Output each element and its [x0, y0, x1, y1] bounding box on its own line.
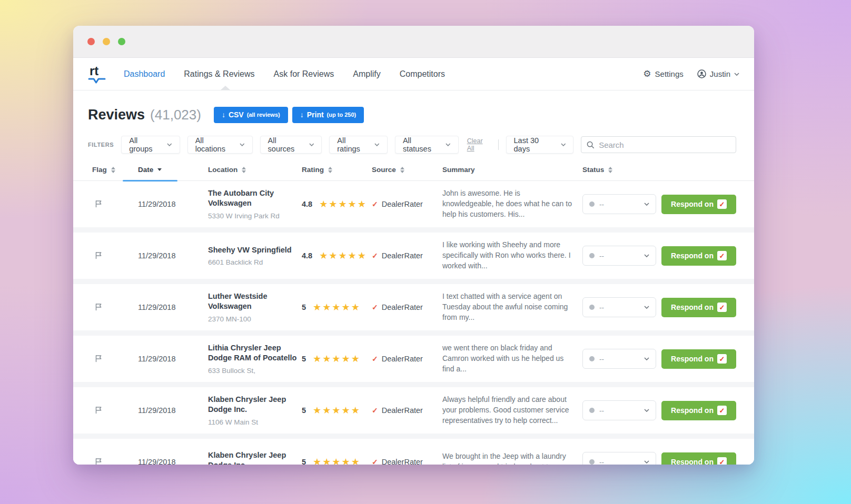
respond-button[interactable]: Respond on✓ [661, 401, 736, 420]
sorted-column-indicator [123, 180, 177, 182]
filter-locations-dropdown[interactable]: All locations [187, 136, 253, 154]
respond-button[interactable]: Respond on✓ [661, 452, 736, 465]
logo-text: rt [90, 65, 98, 77]
flag-icon[interactable] [92, 405, 103, 416]
nav-right: ⚙ Settings Justin [643, 69, 739, 78]
respond-button[interactable]: Respond on✓ [661, 246, 736, 266]
source-name: DealerRater [382, 355, 423, 363]
dealerrater-icon: ✓ [717, 406, 727, 415]
source-check-icon: ✓ [372, 355, 378, 363]
source-name: DealerRater [382, 200, 423, 208]
page-header: Reviews (41,023) ↓ CSV (all reviews) ↓ P… [88, 104, 736, 125]
table-row: 11/29/2018 The Autobarn City Volkswagen5… [73, 181, 754, 227]
rating-value: 5 [302, 406, 306, 415]
column-header-location[interactable]: Location [208, 166, 302, 174]
search-input[interactable] [599, 140, 730, 149]
settings-button[interactable]: ⚙ Settings [643, 69, 683, 78]
status-dropdown[interactable]: -- [582, 452, 656, 465]
source-check-icon: ✓ [372, 251, 378, 260]
review-summary: I text chatted with a service agent on T… [442, 291, 582, 323]
print-label: Print [307, 110, 324, 119]
csv-note: (all reviews) [247, 112, 280, 118]
table-row: 11/29/2018 Klaben Chrysler Jeep Dodge In… [73, 439, 754, 465]
minimize-window-icon[interactable] [103, 38, 110, 45]
filter-statuses-dropdown[interactable]: All statuses [395, 136, 459, 154]
filter-sources-dropdown[interactable]: All sources [260, 136, 322, 154]
location-name: The Autobarn City Volkswagen [208, 188, 302, 208]
flag-icon[interactable] [92, 301, 103, 313]
rating-value: 4.8 [302, 251, 312, 260]
user-icon [697, 69, 706, 78]
source-name: DealerRater [382, 406, 423, 415]
review-count: (41,023) [150, 107, 201, 123]
reviews-table-body: 11/29/2018 The Autobarn City Volkswagen5… [73, 181, 754, 465]
nav-item-ask-for-reviews[interactable]: Ask for Reviews [274, 69, 334, 79]
star-rating: ★★★★★ [313, 353, 361, 365]
desktop-background: rt Dashboard Ratings & Reviews Ask for R… [0, 0, 851, 504]
chevron-down-icon [644, 460, 649, 463]
status-value: -- [599, 252, 604, 260]
column-header-flag[interactable]: Flag [92, 166, 138, 174]
dealerrater-icon: ✓ [717, 354, 727, 364]
sort-icon [111, 167, 115, 173]
chevron-down-icon [167, 143, 172, 146]
flag-icon[interactable] [92, 250, 103, 261]
user-name: Justin [710, 69, 730, 78]
location-name: Klaben Chrysler Jeep Dodge Inc. [208, 450, 302, 465]
close-window-icon[interactable] [87, 38, 95, 45]
nav-item-ratings-reviews[interactable]: Ratings & Reviews [184, 69, 254, 79]
active-page-caret [221, 86, 230, 90]
source-name: DealerRater [382, 458, 423, 465]
search-icon [587, 141, 595, 149]
flag-icon[interactable] [92, 353, 103, 364]
reviewtrackers-logo[interactable]: rt [88, 65, 108, 84]
status-dot-icon [589, 305, 595, 310]
filters-bar: FILTERS All groups All locations All sou… [88, 136, 736, 154]
table-row: 11/29/2018 Lithia Chrysler Jeep Dodge RA… [73, 336, 754, 382]
status-dropdown[interactable]: -- [582, 194, 656, 214]
status-value: -- [599, 407, 604, 415]
star-rating: ★★★★★ [313, 405, 361, 416]
status-dot-icon [589, 356, 595, 361]
header-label: Location [208, 166, 238, 174]
respond-button[interactable]: Respond on✓ [661, 349, 736, 369]
user-menu[interactable]: Justin [697, 69, 739, 78]
chevron-down-icon [644, 357, 649, 360]
column-header-date[interactable]: Date [138, 166, 208, 174]
print-button[interactable]: ↓ Print (up to 250) [292, 107, 364, 123]
column-header-source[interactable]: Source [372, 166, 442, 174]
column-header-status[interactable]: Status [582, 166, 661, 174]
filters-label: FILTERS [88, 142, 114, 148]
status-dropdown[interactable]: -- [582, 400, 656, 420]
column-header-rating[interactable]: Rating [302, 166, 372, 174]
respond-button[interactable]: Respond on✓ [661, 298, 736, 317]
chevron-down-icon [734, 73, 739, 76]
filter-label: All sources [268, 136, 304, 153]
review-date: 11/29/2018 [138, 406, 208, 415]
filter-groups-dropdown[interactable]: All groups [121, 136, 180, 154]
nav-item-competitors[interactable]: Competitors [400, 69, 445, 79]
nav-item-amplify[interactable]: Amplify [353, 69, 380, 79]
filter-ratings-dropdown[interactable]: All ratings [329, 136, 388, 154]
status-dropdown[interactable]: -- [582, 246, 656, 266]
location-address: 2370 MN-100 [208, 315, 302, 323]
status-dropdown[interactable]: -- [582, 297, 656, 317]
chevron-down-icon [644, 306, 649, 309]
header-label: Source [372, 166, 396, 174]
location-name: Sheehy VW Springfield [208, 245, 302, 255]
csv-export-button[interactable]: ↓ CSV (all reviews) [214, 107, 288, 123]
print-note: (up to 250) [327, 112, 357, 118]
star-rating: ★★★★★ [319, 250, 367, 261]
source-check-icon: ✓ [372, 303, 378, 311]
logo-swoosh-icon [88, 77, 106, 84]
zoom-window-icon[interactable] [118, 38, 125, 45]
table-header-row: Flag Date Location Rating Source Summary [73, 159, 754, 181]
respond-button[interactable]: Respond on✓ [661, 195, 736, 214]
review-date: 11/29/2018 [138, 200, 208, 208]
nav-item-dashboard[interactable]: Dashboard [124, 69, 165, 79]
date-range-dropdown[interactable]: Last 30 days [506, 136, 574, 154]
flag-icon[interactable] [92, 198, 103, 209]
status-dropdown[interactable]: -- [582, 349, 656, 369]
flag-icon[interactable] [92, 456, 103, 465]
clear-all-link[interactable]: Clear All [467, 137, 491, 152]
